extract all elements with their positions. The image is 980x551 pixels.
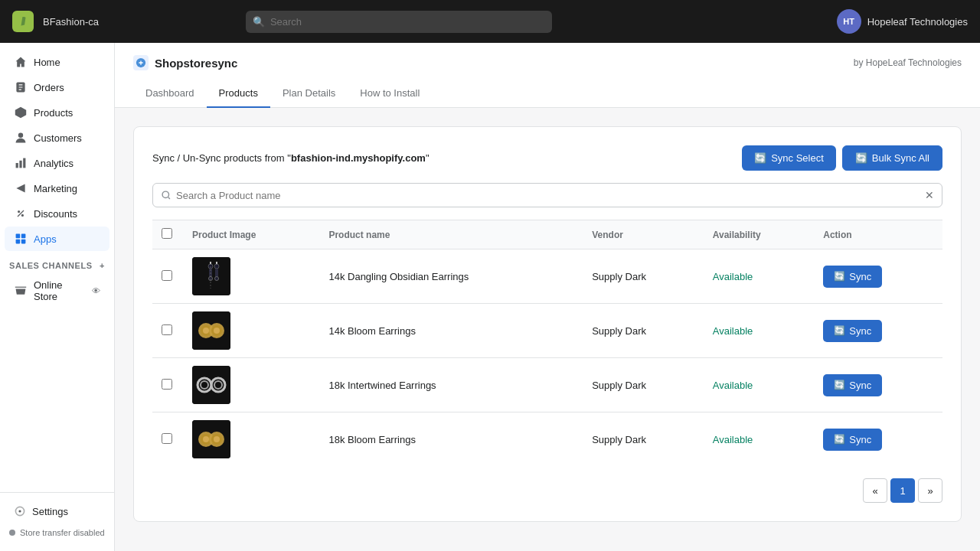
- svg-point-23: [215, 277, 219, 281]
- sidebar-item-online-store[interactable]: Online Store 👁: [5, 274, 109, 308]
- store-transfer-status: Store transfer disabled: [0, 523, 114, 542]
- availability-badge-0: Available: [713, 271, 753, 282]
- row-checkbox-1[interactable]: [162, 324, 172, 335]
- product-search-icon: [161, 190, 172, 201]
- sync-icon-1: 🔄: [834, 325, 845, 336]
- company-name: Hopeleaf Technologies: [867, 16, 968, 28]
- sync-title-suffix: ": [426, 152, 430, 164]
- product-search-input[interactable]: [176, 190, 925, 201]
- products-icon: [14, 106, 28, 119]
- analytics-icon: [14, 156, 28, 170]
- search-icon: 🔍: [253, 16, 265, 28]
- product-name-2: 18k Intertwined Earrings: [319, 358, 583, 412]
- tabs: Dashboard Products Plan Details How to I…: [133, 80, 962, 107]
- product-vendor-3: Supply Dark: [583, 412, 704, 467]
- product-search-bar: ✕: [152, 183, 942, 207]
- search-clear-icon[interactable]: ✕: [925, 189, 934, 201]
- add-channel-icon[interactable]: +: [100, 261, 105, 270]
- svg-rect-10: [16, 240, 21, 244]
- marketing-icon: [14, 181, 28, 195]
- svg-rect-3: [19, 161, 21, 168]
- sync-button-3[interactable]: 🔄 Sync: [823, 429, 882, 451]
- sync-icon-3: 🔄: [834, 434, 845, 445]
- product-vendor-1: Supply Dark: [583, 304, 704, 358]
- tab-dashboard[interactable]: Dashboard: [133, 80, 207, 108]
- sidebar-nav: Home Orders Products Customers: [0, 43, 114, 492]
- product-thumb-0: [192, 257, 230, 295]
- sidebar-item-analytics[interactable]: Analytics: [5, 151, 109, 175]
- sync-button-2[interactable]: 🔄 Sync: [823, 374, 882, 396]
- sidebar-label-home: Home: [34, 57, 60, 68]
- svg-point-1: [18, 133, 23, 138]
- sidebar-label-products: Products: [34, 107, 73, 119]
- sidebar-item-customers[interactable]: Customers: [5, 126, 109, 150]
- sidebar-item-discounts[interactable]: Discounts: [5, 201, 109, 226]
- transfer-dot: [9, 530, 15, 536]
- sidebar-item-products[interactable]: Products: [5, 100, 109, 125]
- pagination-next[interactable]: »: [918, 478, 942, 503]
- customers-icon: [14, 131, 28, 145]
- content-area: Sync / Un-Sync products from "bfashion-i…: [115, 108, 980, 540]
- row-checkbox-2[interactable]: [162, 379, 172, 390]
- sync-icon-2: 🔄: [834, 380, 845, 390]
- sync-card: Sync / Un-Sync products from "bfashion-i…: [133, 126, 962, 522]
- pagination-prev[interactable]: «: [863, 478, 887, 503]
- table-row: 18k Intertwined Earrings Supply Dark Ava…: [152, 358, 942, 412]
- topbar-right: HT Hopeleaf Technologies: [837, 9, 968, 34]
- sync-title: Sync / Un-Sync products from "bfashion-i…: [152, 152, 430, 164]
- col-action: Action: [814, 220, 942, 249]
- apps-icon: [14, 232, 28, 246]
- search-input[interactable]: [246, 11, 552, 33]
- svg-point-42: [214, 436, 220, 442]
- product-thumb-1: [192, 311, 230, 350]
- products-table: Product Image Product name Vendor Availa…: [152, 220, 942, 466]
- tab-how-to-install[interactable]: How to Install: [348, 80, 432, 108]
- col-availability: Availability: [704, 220, 814, 249]
- availability-badge-2: Available: [713, 380, 753, 391]
- product-name-0: 14k Dangling Obsidian Earrings: [319, 249, 583, 304]
- sync-button-0[interactable]: 🔄 Sync: [823, 266, 882, 288]
- sync-label-2: Sync: [849, 380, 871, 391]
- bulk-sync-icon: 🔄: [855, 152, 867, 164]
- settings-icon: [14, 505, 26, 517]
- bulk-sync-button[interactable]: 🔄 Bulk Sync All: [842, 145, 942, 171]
- sync-label-3: Sync: [849, 434, 871, 445]
- sync-select-label: Sync Select: [771, 152, 824, 164]
- discounts-icon: [14, 207, 28, 220]
- home-icon: [14, 55, 28, 69]
- sidebar-item-orders[interactable]: Orders: [5, 75, 109, 99]
- product-name-3: 18k Bloom Earrings: [319, 412, 583, 467]
- app-title: Shopstoresync: [133, 55, 237, 70]
- select-all-checkbox[interactable]: [162, 228, 172, 239]
- sidebar-bottom: Settings Store transfer disabled: [0, 492, 114, 551]
- svg-point-39: [203, 436, 209, 442]
- col-vendor: Vendor: [583, 220, 704, 249]
- sidebar-item-apps[interactable]: Apps: [5, 227, 109, 251]
- sync-icon-0: 🔄: [834, 271, 845, 282]
- transfer-label: Store transfer disabled: [20, 528, 105, 537]
- sidebar-label-discounts: Discounts: [34, 208, 77, 220]
- sidebar-label-analytics: Analytics: [34, 158, 74, 169]
- row-checkbox-3[interactable]: [162, 433, 172, 444]
- sync-label-0: Sync: [849, 271, 871, 282]
- sync-button-1[interactable]: 🔄 Sync: [823, 320, 882, 342]
- row-checkbox-0[interactable]: [162, 270, 172, 281]
- shopify-logo: [12, 11, 34, 32]
- tab-products[interactable]: Products: [207, 80, 270, 108]
- pagination-page-1[interactable]: 1: [890, 478, 915, 503]
- sidebar-item-marketing[interactable]: Marketing: [5, 176, 109, 201]
- sidebar-item-home[interactable]: Home: [5, 50, 109, 74]
- sync-select-button[interactable]: 🔄 Sync Select: [742, 145, 836, 171]
- sync-select-icon: 🔄: [754, 152, 766, 164]
- app-header-top: Shopstoresync by HopeLeaf Technologies: [133, 55, 962, 80]
- store-name: BFashion-ca: [43, 16, 99, 28]
- tab-plan-details[interactable]: Plan Details: [270, 80, 348, 108]
- product-vendor-0: Supply Dark: [583, 249, 704, 304]
- sync-store-url: bfashion-ind.myshopify.com: [291, 152, 426, 164]
- sidebar-label-customers: Customers: [34, 132, 82, 144]
- store-icon: [14, 284, 28, 298]
- product-vendor-2: Supply Dark: [583, 358, 704, 412]
- sync-label-1: Sync: [849, 325, 871, 337]
- store-eye-icon[interactable]: 👁: [92, 286, 100, 295]
- sidebar-item-settings[interactable]: Settings: [5, 500, 109, 523]
